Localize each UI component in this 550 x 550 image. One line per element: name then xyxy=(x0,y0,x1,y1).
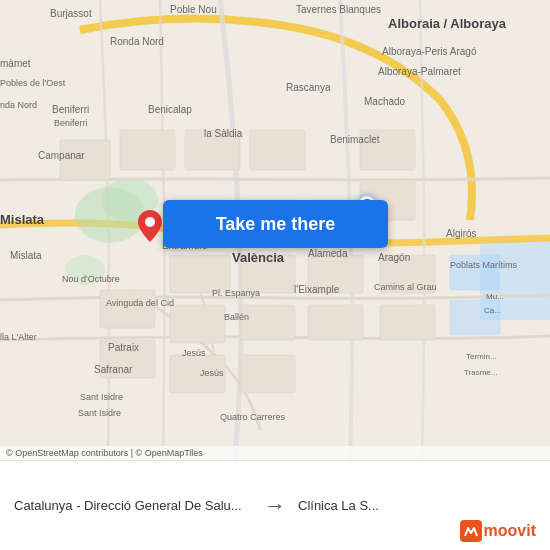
origin-label: Catalunya - Direcció General De Salu... xyxy=(14,498,252,513)
svg-rect-20 xyxy=(185,130,240,170)
svg-rect-13 xyxy=(308,305,363,340)
svg-point-3 xyxy=(65,255,105,285)
svg-rect-17 xyxy=(240,355,295,393)
destination-section: Clínica La S... xyxy=(298,498,536,513)
svg-rect-15 xyxy=(100,340,155,378)
svg-rect-22 xyxy=(360,130,415,170)
svg-point-29 xyxy=(145,217,155,227)
svg-rect-26 xyxy=(450,255,500,290)
svg-rect-12 xyxy=(240,305,295,340)
take-me-there-button[interactable]: Take me there xyxy=(163,200,388,248)
svg-rect-16 xyxy=(170,355,225,393)
svg-rect-21 xyxy=(250,130,305,170)
svg-rect-9 xyxy=(240,255,295,293)
origin-section: Catalunya - Direcció General De Salu... xyxy=(14,498,252,513)
svg-rect-14 xyxy=(100,290,155,328)
svg-rect-10 xyxy=(308,255,363,293)
arrow-icon: → xyxy=(264,493,286,519)
svg-rect-19 xyxy=(120,130,175,170)
moovit-text: moovit xyxy=(484,522,536,540)
svg-rect-24 xyxy=(380,255,435,293)
svg-point-28 xyxy=(75,187,145,243)
svg-rect-30 xyxy=(460,520,482,542)
map-container: Burjassot Poble Nou Tavernes Blanques Al… xyxy=(0,0,550,460)
moovit-logo: moovit xyxy=(460,520,536,542)
svg-rect-18 xyxy=(60,140,110,180)
destination-marker xyxy=(138,210,162,242)
moovit-icon xyxy=(460,520,482,542)
svg-rect-11 xyxy=(170,305,225,343)
svg-rect-25 xyxy=(380,305,435,340)
destination-label: Clínica La S... xyxy=(298,498,536,513)
svg-rect-27 xyxy=(450,300,500,335)
map-attribution: © OpenStreetMap contributors | © OpenMap… xyxy=(0,446,550,460)
bottom-bar: Catalunya - Direcció General De Salu... … xyxy=(0,460,550,550)
svg-rect-8 xyxy=(170,255,230,293)
